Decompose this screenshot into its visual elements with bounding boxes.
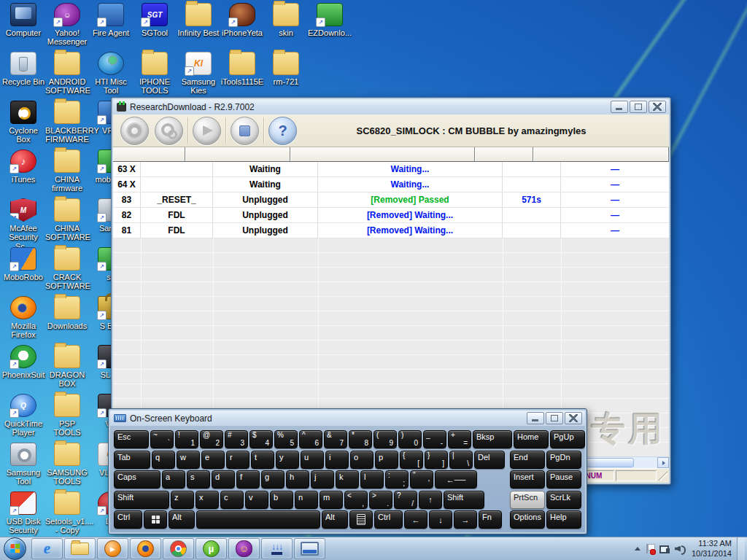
key[interactable]: Shift (114, 491, 169, 509)
desktop-icon[interactable]: PhoenixSuit (1, 345, 45, 384)
scroll-right-arrow[interactable] (657, 457, 669, 468)
key[interactable]: "' (410, 470, 433, 489)
key[interactable]: b (270, 491, 293, 509)
taskbar-media-player[interactable]: ▶ (97, 538, 128, 559)
key[interactable]: s (187, 470, 210, 489)
desktop-icon[interactable]: iTools1115E (220, 52, 264, 91)
key[interactable]: w (177, 451, 200, 469)
taskbar-firefox[interactable] (130, 538, 161, 559)
key[interactable]: u (301, 451, 324, 469)
desktop-icon[interactable]: Computer (1, 3, 45, 42)
key[interactable]: h (286, 470, 309, 489)
key[interactable]: ~` (150, 430, 174, 448)
key[interactable]: <, (344, 491, 368, 509)
taskbar-utorrent[interactable]: µ (196, 538, 227, 559)
key[interactable]: ←── (435, 470, 477, 489)
key[interactable]: g (261, 470, 285, 489)
start-download-button[interactable] (193, 117, 221, 145)
key[interactable]: Tab (114, 451, 150, 469)
key[interactable]: |\ (449, 451, 473, 469)
desktop-icon[interactable]: Downloads (45, 296, 89, 335)
desktop-icon[interactable]: ANDROID SOFTWARE (45, 52, 89, 91)
key[interactable]: Insert (510, 470, 545, 489)
table-row[interactable]: 64 X Waiting Waiting... — (113, 177, 669, 192)
key[interactable]: _- (423, 430, 446, 448)
key[interactable]: )0 (398, 430, 422, 448)
taskbar-flash-tool[interactable]: ↓↓↓ (261, 538, 293, 559)
key[interactable]: e (201, 451, 225, 469)
key[interactable]: j (311, 470, 334, 489)
key[interactable]: *8 (349, 430, 372, 448)
volume-icon[interactable] (675, 545, 686, 553)
desktop-icon[interactable]: CHINA SOFTWARE (45, 198, 89, 238)
key[interactable]: z (171, 491, 194, 509)
table-row[interactable]: 83 _RESET_ Unplugged [Removed] Passed 57… (113, 192, 669, 208)
table-row[interactable]: 82 FDL Unplugged [Removed] Waiting... — (113, 208, 669, 223)
key[interactable]: Esc (114, 430, 149, 448)
desktop-icon[interactable]: Samsung Tool (1, 443, 45, 482)
desktop-icon[interactable]: M McAfee Security Sc... (1, 198, 45, 238)
desktop-icon[interactable]: KI Samsung Kies (177, 52, 220, 91)
key[interactable]: v (245, 491, 268, 509)
key[interactable]: r (226, 451, 249, 469)
key[interactable]: #3 (225, 430, 248, 448)
key[interactable]: c (220, 491, 244, 509)
desktop-icon[interactable]: BLACKBERRY FIRMWARE (45, 101, 89, 140)
stop-button[interactable] (231, 117, 259, 145)
key[interactable]: &7 (324, 430, 347, 448)
desktop-icon[interactable]: Cyclone Box (1, 101, 45, 140)
key-space[interactable] (196, 510, 320, 529)
desktop-icon[interactable]: Fire Agent (89, 3, 133, 42)
key[interactable]: {[ (400, 451, 423, 469)
table-header-cell[interactable] (667, 147, 669, 161)
desktop-icon[interactable]: ☺ Yahoo! Messenger (45, 3, 89, 42)
desktop-icon[interactable]: DRAGON BOX (45, 345, 89, 384)
desktop-icon[interactable]: IPHONE TOOLS (133, 52, 177, 91)
desktop-icon[interactable]: USB Disk Security (1, 491, 45, 531)
key[interactable]: Fn (479, 510, 502, 529)
key[interactable]: Alt (169, 510, 195, 529)
desktop-icon[interactable]: Q QuickTime Player (1, 394, 45, 433)
taskbar-on-screen-keyboard[interactable] (294, 538, 325, 559)
key[interactable]: Shift (444, 491, 484, 509)
desktop-icon[interactable]: SGT SGTool (133, 3, 177, 42)
help-button[interactable]: ? (268, 117, 297, 145)
key[interactable]: Help (546, 510, 581, 529)
taskbar-yahoo-messenger[interactable]: ☺ (228, 538, 260, 559)
maximize-button[interactable] (546, 412, 563, 424)
action-center-icon[interactable] (646, 544, 654, 554)
minimize-button[interactable] (527, 412, 544, 424)
key[interactable]: Home (514, 430, 549, 448)
resize-grip[interactable] (658, 471, 667, 481)
table-row[interactable]: 63 X Waiting Waiting... — (113, 162, 669, 177)
taskbar-chrome[interactable] (163, 538, 194, 559)
table-header-cell[interactable] (290, 147, 475, 161)
table-header-cell[interactable] (475, 147, 533, 161)
key[interactable]: t (251, 451, 274, 469)
key[interactable]: PrtScn (510, 491, 545, 509)
key[interactable]: k (336, 470, 359, 489)
key[interactable]: >. (369, 491, 392, 509)
key[interactable]: ^6 (299, 430, 322, 448)
key[interactable]: $4 (249, 430, 273, 448)
key[interactable]: n (295, 491, 318, 509)
key[interactable]: += (448, 430, 471, 448)
key-menu[interactable] (349, 510, 373, 529)
desktop-icon[interactable]: PSP TOOLS (45, 394, 89, 433)
key[interactable]: ← (404, 510, 427, 529)
key[interactable]: Pause (546, 470, 581, 489)
maximize-button[interactable] (630, 101, 647, 113)
key[interactable]: %5 (274, 430, 298, 448)
key[interactable]: Ctrl (114, 510, 142, 529)
key[interactable]: → (454, 510, 477, 529)
desktop-icon[interactable]: Mozilla Firefox (1, 296, 45, 335)
key-windows[interactable] (144, 510, 167, 529)
key[interactable]: o (350, 451, 374, 469)
key[interactable]: ↑ (419, 491, 442, 509)
close-button[interactable] (649, 101, 666, 113)
key[interactable]: Caps (114, 470, 160, 489)
key[interactable]: PgUp (550, 430, 585, 448)
key[interactable]: Bksp (473, 430, 512, 448)
close-button[interactable] (565, 412, 582, 424)
key[interactable]: @2 (200, 430, 223, 448)
